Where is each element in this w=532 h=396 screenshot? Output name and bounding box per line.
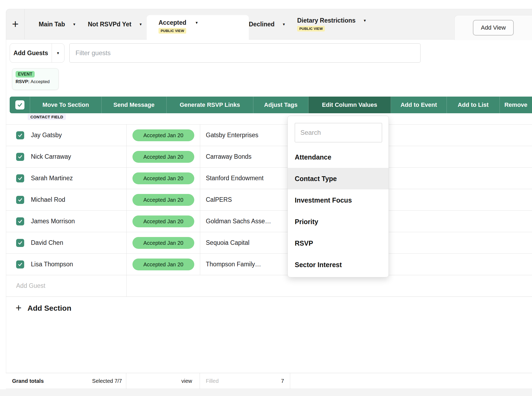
grand-totals-label: Grand totals	[12, 378, 44, 384]
row-checkbox[interactable]	[16, 217, 24, 225]
guest-name: David Chen	[31, 232, 63, 253]
guest-company: Stanford Endowment	[206, 168, 264, 189]
add-to-list-button[interactable]: Add to List	[447, 97, 500, 113]
add-tab-button[interactable]: +	[6, 9, 25, 39]
dropdown-item-rsvp[interactable]: RSVP	[288, 232, 389, 254]
plus-icon: +	[16, 303, 21, 313]
table-row: Sarah Martinez Accepted Jan 20 Stanford …	[6, 168, 532, 189]
footer-background	[0, 389, 532, 396]
generate-rsvp-links-button[interactable]: Generate RSVP Links	[167, 97, 253, 113]
guest-company: Sequoia Capital	[206, 232, 249, 253]
rsvp-status-pill[interactable]: Accepted Jan 20	[132, 194, 194, 206]
tab-label: Main Tab	[39, 21, 65, 28]
guest-name: Sarah Martinez	[31, 168, 73, 189]
add-section-label: Add Section	[27, 304, 71, 313]
dropdown-item-sector-interest[interactable]: Sector Interest	[288, 254, 389, 275]
chevron-down-icon[interactable]: ▼	[363, 19, 366, 22]
add-guests-dropdown-toggle[interactable]: ▼	[52, 44, 64, 62]
add-guest-row[interactable]: Add Guest	[6, 275, 532, 297]
adjust-tags-button[interactable]: Adjust Tags	[253, 97, 308, 113]
filter-chip-text: RSVP: Accepted	[16, 79, 55, 84]
table-row: David Chen Accepted Jan 20 Sequoia Capit…	[6, 232, 532, 254]
filter-guests-input[interactable]	[69, 43, 420, 63]
tab-declined[interactable]: Declined▼	[249, 9, 286, 39]
rsvp-status-pill[interactable]: Accepted Jan 20	[132, 215, 194, 227]
grand-totals-bar: Grand totals Selected 7/7 view Filled 7	[6, 373, 532, 389]
public-view-badge: PUBLIC VIEW	[297, 26, 325, 31]
rsvp-status-pill[interactable]: Accepted Jan 20	[132, 172, 194, 184]
guest-name: Michael Rod	[31, 189, 65, 210]
guest-company: Carraway Bonds	[206, 146, 251, 167]
tab-label: Not RSVPd Yet	[88, 21, 131, 28]
totals-cell-selected: Grand totals Selected 7/7	[6, 373, 126, 389]
remove-button[interactable]: Remove	[500, 97, 532, 113]
add-guests-button[interactable]: Add Guests	[10, 44, 52, 62]
dropdown-item-attendance[interactable]: Attendance	[288, 146, 389, 168]
add-to-event-button[interactable]: Add to Event	[391, 97, 447, 113]
bulk-action-toolbar: Move To Section Send Message Generate RS…	[10, 97, 532, 113]
table-row: James Morrison Accepted Jan 20 Goldman S…	[6, 211, 532, 232]
dropdown-item-contact-type[interactable]: Contact Type	[288, 168, 389, 189]
send-message-button[interactable]: Send Message	[102, 97, 167, 113]
guest-name: Nick Carraway	[31, 146, 71, 167]
plus-icon: +	[12, 18, 19, 31]
edit-column-values-button[interactable]: Edit Column Values	[308, 97, 391, 113]
tab-main-tab[interactable]: Main Tab▼	[39, 9, 76, 39]
event-badge: EVENT	[16, 71, 35, 77]
filter-value: Accepted	[31, 79, 50, 84]
row-checkbox[interactable]	[16, 260, 24, 268]
row-checkbox[interactable]	[16, 153, 24, 161]
table-row: Nick Carraway Accepted Jan 20 Carraway B…	[6, 146, 532, 168]
guest-company: Thompson Family…	[206, 254, 261, 275]
row-checkbox[interactable]	[16, 131, 24, 139]
dropdown-item-priority[interactable]: Priority	[288, 211, 389, 232]
rsvp-status-pill[interactable]: Accepted Jan 20	[132, 259, 194, 270]
table-row: Michael Rod Accepted Jan 20 CalPERS	[6, 189, 532, 211]
checkbox-checked-icon	[15, 100, 24, 109]
guest-name: Lisa Thompson	[31, 254, 73, 275]
guest-company: Goldman Sachs Asse…	[206, 211, 271, 232]
tab-label: Accepted	[159, 19, 186, 26]
tab-label: Declined	[249, 21, 275, 28]
dropdown-search-input[interactable]	[295, 123, 382, 142]
view-tab-bar: + Main Tab▼ Not RSVPd Yet▼ Accepted▼ PUB…	[6, 9, 532, 40]
filled-label: Filled	[206, 378, 219, 384]
tab-accepted-active[interactable]: Accepted▼ PUBLIC VIEW	[147, 15, 249, 40]
edit-column-values-dropdown: Attendance Contact Type Investment Focus…	[287, 116, 389, 277]
add-section-button[interactable]: + Add Section	[16, 301, 71, 315]
dropdown-item-investment-focus[interactable]: Investment Focus	[288, 189, 389, 211]
rsvp-status-pill[interactable]: Accepted Jan 20	[132, 151, 194, 163]
filled-value: 7	[281, 378, 284, 384]
guest-name: James Morrison	[31, 211, 75, 232]
filter-field: RSVP:	[16, 79, 30, 84]
dropdown-item-list: Attendance Contact Type Investment Focus…	[288, 146, 389, 275]
guest-company: Gatsby Enterprises	[206, 125, 258, 146]
row-checkbox[interactable]	[16, 196, 24, 204]
select-all-checkbox[interactable]	[10, 97, 30, 113]
row-checkbox[interactable]	[16, 174, 24, 182]
totals-cell-filled[interactable]: Filled 7	[200, 373, 290, 389]
tab-dietary-restrictions[interactable]: Dietary Restrictions▼ PUBLIC VIEW	[297, 9, 366, 39]
table-row: Jay Gatsby Accepted Jan 20 Gatsby Enterp…	[6, 125, 532, 146]
row-checkbox[interactable]	[16, 239, 24, 247]
chevron-down-icon: ▼	[56, 51, 60, 55]
guest-company: CalPERS	[206, 189, 232, 210]
totals-cell-view[interactable]: view	[126, 373, 200, 389]
tab-not-rsvpd-yet[interactable]: Not RSVPd Yet▼	[88, 9, 142, 39]
selected-count: Selected 7/7	[92, 378, 122, 384]
guest-name: Jay Gatsby	[31, 125, 62, 146]
add-view-button[interactable]: Add View	[473, 20, 514, 36]
contact-field-label: CONTACT FIELD	[28, 114, 66, 120]
chevron-down-icon[interactable]: ▼	[139, 23, 142, 26]
move-to-section-button[interactable]: Move To Section	[30, 97, 102, 113]
active-filter-chip[interactable]: EVENT RSVP: Accepted	[12, 68, 59, 90]
add-guest-placeholder: Add Guest	[16, 275, 45, 296]
public-view-badge: PUBLIC VIEW	[159, 28, 186, 34]
chevron-down-icon[interactable]: ▼	[73, 23, 76, 26]
rsvp-status-pill[interactable]: Accepted Jan 20	[132, 237, 194, 249]
chevron-down-icon[interactable]: ▼	[282, 23, 286, 26]
view-label: view	[181, 378, 192, 384]
chevron-down-icon[interactable]: ▼	[195, 21, 199, 24]
add-guests-split-button[interactable]: Add Guests ▼	[10, 43, 64, 63]
rsvp-status-pill[interactable]: Accepted Jan 20	[132, 129, 194, 141]
